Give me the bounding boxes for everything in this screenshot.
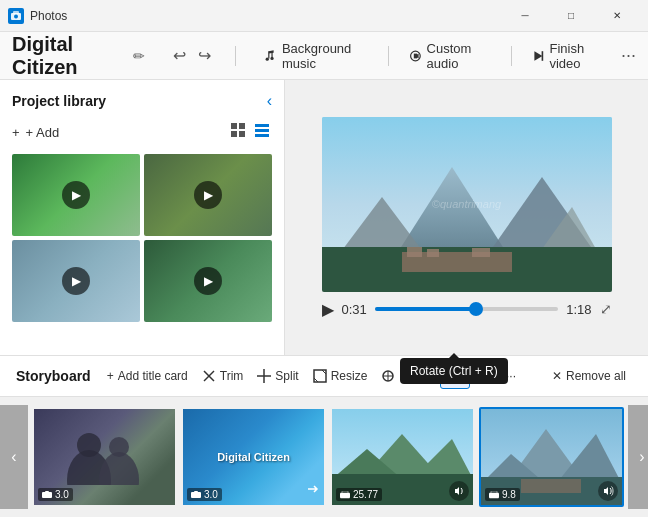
list-view-button[interactable] — [252, 120, 272, 144]
maximize-button[interactable]: □ — [548, 0, 594, 32]
filters-icon — [381, 369, 395, 383]
svg-rect-10 — [239, 131, 245, 137]
finish-video-action[interactable]: Finish video — [524, 37, 613, 75]
finish-video-label: Finish video — [549, 41, 605, 71]
strip-nav-right[interactable]: › — [628, 405, 648, 509]
minimize-button[interactable]: ─ — [502, 0, 548, 32]
strip-item-3[interactable]: 25.77 — [330, 407, 475, 507]
undo-redo-group: ↩ ↪ — [169, 44, 215, 67]
strip-thumb-1: 3.0 — [34, 409, 175, 505]
title-bar: Photos ─ □ ✕ — [0, 0, 648, 32]
strip-item-1[interactable]: 3.0 — [32, 407, 177, 507]
strip-badge-3: 25.77 — [336, 488, 382, 501]
preview-scene — [322, 117, 612, 292]
media-item-4[interactable]: ▶ — [144, 240, 272, 322]
preview-video: ©quantrimang — [322, 117, 612, 292]
time-total: 1:18 — [566, 302, 591, 317]
project-library-panel: Project library ‹ + + Add — [0, 80, 285, 355]
svg-rect-2 — [13, 11, 19, 14]
remove-all-button[interactable]: ✕ Remove all — [546, 365, 632, 387]
play-icon-1: ▶ — [62, 181, 90, 209]
audio-icon — [409, 48, 422, 64]
rotate-tooltip: Rotate (Ctrl + R) — [400, 358, 508, 384]
chevron-right-icon: › — [639, 448, 644, 466]
strip-audio-4 — [598, 481, 618, 501]
svg-point-1 — [14, 14, 18, 18]
preview-play-button[interactable]: ▶ — [322, 300, 334, 319]
play-icon-4: ▶ — [194, 267, 222, 295]
svg-rect-8 — [239, 123, 245, 129]
storyboard-label: Storyboard — [16, 368, 91, 384]
custom-audio-label: Custom audio — [427, 41, 491, 71]
fullscreen-button[interactable]: ⤢ — [600, 301, 612, 317]
strip-text-overlay: Digital Citizen — [217, 451, 290, 463]
media-item-1[interactable]: ▶ — [12, 154, 140, 236]
split-button[interactable]: Split — [251, 365, 304, 387]
edit-title-icon[interactable]: ✏ — [133, 48, 145, 64]
resize-icon — [313, 369, 327, 383]
background-music-label: Background music — [282, 41, 368, 71]
play-icon-2: ▶ — [194, 181, 222, 209]
resize-button[interactable]: Resize — [307, 365, 374, 387]
finish-icon — [532, 48, 545, 64]
svg-rect-13 — [255, 134, 269, 137]
svg-point-38 — [77, 433, 101, 457]
svg-rect-22 — [427, 249, 439, 257]
people-silhouette — [34, 425, 175, 485]
add-bar: + + Add — [12, 120, 272, 144]
add-media-button[interactable]: + + Add — [12, 125, 59, 140]
svg-rect-6 — [541, 51, 543, 61]
add-title-card-button[interactable]: + Add title card — [101, 365, 194, 387]
split-label: Split — [275, 369, 298, 383]
chevron-left-icon: ‹ — [11, 448, 16, 466]
svg-point-3 — [266, 57, 269, 60]
window-controls: ─ □ ✕ — [502, 0, 640, 32]
strip-item-2[interactable]: Digital Citizen 3.0 — [181, 407, 326, 507]
background-music-action[interactable]: Background music — [256, 37, 376, 75]
grid-view-button[interactable] — [228, 120, 248, 144]
strip-item-4[interactable]: 9.8 — [479, 407, 624, 507]
svg-rect-44 — [194, 491, 198, 493]
add-title-icon: + — [107, 369, 114, 383]
media-grid: ▶ ▶ ▶ ▶ — [12, 154, 272, 322]
play-icon-3: ▶ — [62, 267, 90, 295]
trim-label: Trim — [220, 369, 244, 383]
svg-rect-57 — [521, 479, 581, 493]
svg-rect-21 — [407, 247, 422, 257]
panel-title: Project library — [12, 93, 106, 109]
svg-rect-42 — [45, 491, 49, 493]
undo-button[interactable]: ↩ — [169, 44, 190, 67]
panel-collapse-icon[interactable]: ‹ — [267, 92, 272, 110]
app-window: Photos ─ □ ✕ Digital Citizen ✏ ↩ ↪ Backg… — [0, 0, 648, 517]
remove-all-label: Remove all — [566, 369, 626, 383]
custom-audio-action[interactable]: Custom audio — [401, 37, 499, 75]
add-title-label: Add title card — [118, 369, 188, 383]
strip-nav-left[interactable]: ‹ — [0, 405, 28, 509]
add-icon: + — [12, 125, 20, 140]
more-options-button[interactable]: ··· — [621, 45, 636, 66]
view-toggle — [228, 120, 272, 144]
project-title: Digital Citizen — [12, 33, 119, 79]
strip-thumb-2: Digital Citizen 3.0 — [183, 409, 324, 505]
redo-button[interactable]: ↪ — [194, 44, 215, 67]
strip-badge-2: 3.0 — [187, 488, 222, 501]
close-button[interactable]: ✕ — [594, 0, 640, 32]
storyboard-toolbar: Storyboard + Add title card Trim Split — [0, 355, 648, 397]
svg-point-40 — [109, 437, 129, 457]
trim-icon — [202, 369, 216, 383]
svg-rect-12 — [255, 129, 269, 132]
strip-thumb-3: 25.77 — [332, 409, 473, 505]
window-title: Photos — [30, 9, 502, 23]
progress-bar[interactable] — [375, 307, 558, 311]
preview-panel: ©quantrimang ▶ 0:31 1:18 ⤢ — [285, 80, 648, 355]
app-icon — [8, 8, 24, 24]
svg-rect-9 — [231, 131, 237, 137]
trim-button[interactable]: Trim — [196, 365, 250, 387]
preview-controls: ▶ 0:31 1:18 ⤢ — [322, 300, 612, 319]
progress-thumb — [469, 302, 483, 316]
media-item-2[interactable]: ▶ — [144, 154, 272, 236]
progress-fill — [375, 307, 476, 311]
toolbar-separator3 — [511, 46, 512, 66]
svg-rect-11 — [255, 124, 269, 127]
media-item-3[interactable]: ▶ — [12, 240, 140, 322]
